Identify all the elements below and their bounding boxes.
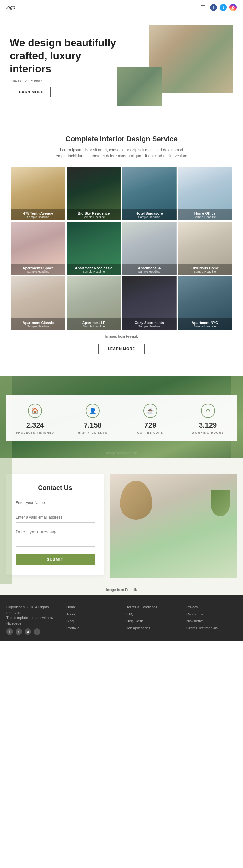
footer-link[interactable]: Help Desk	[126, 618, 177, 624]
footer-link[interactable]: Contact us	[186, 612, 237, 617]
portfolio-caption: Luxurious Home Sample Headline	[178, 264, 232, 275]
hero-learn-more-button[interactable]: LEARN MORE	[10, 87, 51, 97]
footer-link[interactable]: Clients Testimonials	[186, 625, 237, 631]
footer-link[interactable]: About	[66, 612, 117, 617]
portfolio-caption: Apartment NYC Sample Headline	[178, 318, 232, 330]
footer-link[interactable]: Terms & Conditions	[126, 604, 177, 610]
stat-label: COFFEE CUPS	[127, 431, 174, 434]
portfolio-item[interactable]: 475 Tenth Avenue Sample Headline	[11, 167, 65, 220]
stat-number: 2.324	[12, 421, 59, 430]
portfolio-item-title: Home Office	[181, 211, 229, 215]
footer-link[interactable]: Home	[66, 604, 117, 610]
portfolio-item-subtitle: Sample Headline	[14, 215, 62, 219]
portfolio-item-title: Apartment LF	[70, 321, 118, 325]
portfolio-caption: Apartment LF Sample Headline	[67, 318, 121, 330]
portfolio-caption: 475 Tenth Avenue Sample Headline	[11, 209, 65, 220]
portfolio-caption: Apartment Neoclassic Sample Headline	[67, 264, 121, 275]
portfolio-item-title: Apartments Space	[14, 266, 62, 270]
contact-image-credit: Image from Freepik	[0, 584, 243, 595]
portfolio-item-subtitle: Sample Headline	[14, 270, 62, 273]
stat-icon: 👤	[86, 404, 100, 418]
stat-card: 👤 7.158 HAPPY CLIENTS	[64, 395, 122, 441]
portfolio-item[interactable]: Apartment LF Sample Headline	[67, 277, 121, 330]
footer-link[interactable]: Portfolio	[66, 625, 117, 631]
portfolio-item[interactable]: Hotel Singapore Sample Headline	[122, 167, 177, 220]
portfolio-item-subtitle: Sample Headline	[70, 215, 118, 219]
portfolio-item-subtitle: Sample Headline	[125, 270, 173, 273]
portfolio-caption: Hotel Singapore Sample Headline	[122, 209, 177, 220]
hamburger-icon[interactable]: ☰	[200, 4, 205, 11]
footer-link[interactable]: Privacy	[186, 604, 237, 610]
stats-cards: 🏠 2.324 PROJECTS FINISHED 👤 7.158 HAPPY …	[6, 395, 237, 441]
portfolio-item[interactable]: Apartments Space Sample Headline	[11, 222, 65, 275]
stat-label: WORKING HOURS	[184, 431, 231, 434]
footer-social-icon[interactable]: ✿	[25, 628, 31, 635]
portfolio-item-subtitle: Sample Headline	[181, 270, 229, 273]
instagram-icon[interactable]: ✿	[230, 4, 237, 11]
stat-card: ⚙ 3.129 WORKING HOURS	[179, 395, 237, 441]
footer-link[interactable]: Blog	[66, 618, 117, 624]
footer-nav-col: HomeAboutBlogPortfolio	[66, 604, 117, 635]
portfolio-item-title: 475 Tenth Avenue	[14, 211, 62, 215]
portfolio-item[interactable]: Apartment Classic Sample Headline	[11, 277, 65, 330]
portfolio-caption: Apartments Space Sample Headline	[11, 264, 65, 275]
services-description: Lorem ipsum dolor sit amet, consectetur …	[54, 147, 189, 159]
portfolio-item[interactable]: Apartment Neoclassic Sample Headline	[67, 222, 121, 275]
hero-collage	[117, 25, 233, 109]
contact-section: Contact Us SUBMIT	[0, 458, 243, 584]
stat-icon: ☕	[143, 404, 157, 418]
portfolio-item[interactable]: Apartment NYC Sample Headline	[178, 277, 232, 330]
contact-form-box: Contact Us SUBMIT	[6, 474, 104, 575]
contact-email-input[interactable]	[16, 513, 95, 523]
footer-terms-col: Terms & ConditionsFAQHelp DeskJob Aplica…	[126, 604, 177, 635]
contact-name-input[interactable]	[16, 498, 95, 508]
contact-title: Contact Us	[16, 484, 95, 492]
grid-learn-more-button[interactable]: LEARN MORE	[98, 343, 145, 354]
portfolio-item-subtitle: Sample Headline	[14, 325, 62, 328]
portfolio-item[interactable]: Luxurious Home Sample Headline	[178, 222, 232, 275]
twitter-icon[interactable]: t	[220, 4, 227, 11]
footer: Copyright © 2018 All rights reserved. Th…	[0, 595, 243, 641]
stats-section: 🏠 2.324 PROJECTS FINISHED 👤 7.158 HAPPY …	[0, 376, 243, 458]
portfolio-item-subtitle: Sample Headline	[70, 270, 118, 273]
header-icons: ☰ f t ✿	[200, 4, 237, 11]
stat-icon: ⚙	[201, 404, 215, 418]
hero-text: We design beautifully crafted, luxury in…	[10, 36, 117, 97]
footer-social-icons: ft✿in	[6, 628, 57, 635]
footer-privacy-col: PrivacyContact usNewsletterClients Testi…	[186, 604, 237, 635]
stat-number: 3.129	[184, 421, 231, 430]
portfolio-item-subtitle: Sample Headline	[181, 325, 229, 328]
services-title: Complete Interior Design Service	[6, 135, 237, 143]
grid-image-credit: Images from Freepik	[6, 330, 237, 340]
footer-social-icon[interactable]: t	[16, 628, 22, 635]
footer-link[interactable]: Newsletter	[186, 618, 237, 624]
facebook-icon[interactable]: f	[210, 4, 217, 11]
portfolio-item[interactable]: Home Office Sample Headline	[178, 167, 232, 220]
portfolio-caption: Apartment 34 Sample Headline	[122, 264, 177, 275]
footer-social-icon[interactable]: f	[6, 628, 13, 635]
stat-icon: 🏠	[28, 404, 42, 418]
services-section: Complete Interior Design Service Lorem i…	[0, 122, 243, 376]
portfolio-item-title: Hotel Singapore	[125, 211, 173, 215]
portfolio-item-title: Apartment NYC	[181, 321, 229, 325]
header: logo ☰ f t ✿	[0, 0, 243, 15]
portfolio-item-title: Apartment 34	[125, 266, 173, 270]
footer-link[interactable]: FAQ	[126, 612, 177, 617]
contact-submit-button[interactable]: SUBMIT	[16, 554, 95, 565]
portfolio-grid: 475 Tenth Avenue Sample Headline Big Sky…	[6, 167, 237, 330]
portfolio-item-subtitle: Sample Headline	[70, 325, 118, 328]
portfolio-item[interactable]: Cozy Apartments Sample Headline	[122, 277, 177, 330]
contact-decorative-image	[110, 474, 237, 578]
portfolio-item-subtitle: Sample Headline	[181, 215, 229, 219]
footer-link[interactable]: Job Aplications	[126, 625, 177, 631]
contact-message-input[interactable]	[16, 527, 95, 547]
portfolio-item[interactable]: Apartment 34 Sample Headline	[122, 222, 177, 275]
portfolio-item-title: Big Sky Residence	[70, 211, 118, 215]
portfolio-item[interactable]: Big Sky Residence Sample Headline	[67, 167, 121, 220]
stat-label: HAPPY CLIENTS	[69, 431, 116, 434]
portfolio-caption: Apartment Classic Sample Headline	[11, 318, 65, 330]
portfolio-item-title: Cozy Apartments	[125, 321, 173, 325]
portfolio-item-subtitle: Sample Headline	[125, 215, 173, 219]
stat-number: 7.158	[69, 421, 116, 430]
footer-social-icon[interactable]: in	[34, 628, 40, 635]
